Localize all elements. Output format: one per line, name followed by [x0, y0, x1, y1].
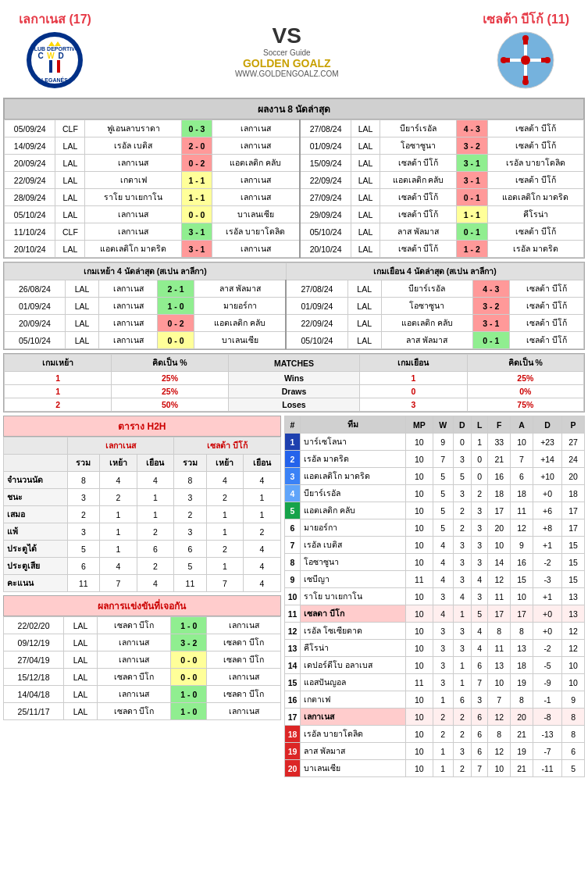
h2h-matches-table: 22/02/20 LAL เซลดา บีโก 1 - 0 เลกาเนส 09…: [3, 616, 281, 720]
svg-rect-8: [57, 60, 60, 73]
standings-table: # ทีม MP W D L F A D P 1 บาร์เซโลนา 10 9…: [284, 416, 585, 777]
svg-point-15: [521, 55, 530, 65]
table-row: 22/09/24 LAL เกตาเฟ 1 - 1 เลกาเนส 22/09/…: [5, 172, 584, 189]
svg-text:W: W: [48, 52, 55, 60]
h2h-table: เลกาเนส เซลต้า บีโก้ รวม เหย้า เยือน รวม…: [3, 437, 281, 592]
svg-point-14: [544, 57, 551, 63]
svg-text:CLUB DEPORTIVO: CLUB DEPORTIVO: [30, 46, 80, 52]
standings-row: 3 แอตเลติโก มาดริด 10 5 5 0 16 6 +10 20: [284, 468, 584, 485]
table-row: 28/09/24 LAL ราโย บาเยกาโน 1 - 1 เลกาเนส…: [5, 189, 584, 206]
standings-row: 11 เซลดา บีโก 10 4 1 5 17 17 +0 13: [284, 605, 584, 623]
table-row: 14/09/24 LAL เรอัล เบติส 2 - 0 เลกาเนส 0…: [5, 137, 584, 155]
vs-area: VS Soccer Guide GOLDEN GOALZ WWW.GOLDENG…: [235, 23, 339, 78]
standings-row: 15 แอสปันญอล 11 3 1 7 10 19 -9 10: [284, 674, 584, 691]
standings-row: 20 บาเลนเซีย 10 1 2 7 10 21 -11 5: [284, 760, 584, 777]
standings-row: 13 คีโรน่า 10 3 3 4 11 13 -2 12: [284, 640, 584, 657]
h2h-match-row: 22/02/20 LAL เซลดา บีโก 1 - 0 เลกาเนส: [4, 617, 281, 634]
recent4-right-title: เกมเยือน 4 นัดล่าสุด (สเปน ลาลีกา): [286, 263, 583, 280]
standings-row: 9 เซบีญา 11 4 3 4 12 15 -3 15: [284, 571, 584, 588]
brand-name: Soccer Guide GOLDEN GOALZ WWW.GOLDENGOAL…: [235, 48, 339, 78]
standings-row: 7 เรอัล เบติส 10 4 3 3 10 9 +1 15: [284, 537, 584, 554]
header: เลกาเนส (17) CLUB DEPORTIVO C W D LEGANÉ…: [3, 3, 585, 98]
h2h-match-row: 25/11/17 LAL เซลดา บีโก 1 - 0 เลกาเนส: [4, 703, 281, 720]
svg-point-1: [31, 37, 78, 84]
standings-row: 8 โอซาซูนา 10 4 3 3 14 16 -2 15: [284, 554, 584, 571]
stats-row: 1 25% Draws 0 0%: [5, 385, 584, 398]
stats-section: เกมเหย้า คิดเป็น % MATCHES เกมเยือน คิดเ…: [3, 353, 585, 412]
bottom-section: ตาราง H2H เลกาเนส เซลต้า บีโก้ รวม เหย้า…: [3, 416, 585, 777]
standings-row: 16 เกตาเฟ 10 1 6 3 7 8 -1 9: [284, 691, 584, 709]
standings-row: 2 เรอัล มาดริด 10 7 3 0 21 7 +14 24: [284, 451, 584, 468]
vs-text: VS: [273, 23, 301, 48]
h2h-row: เสมอ 2 1 1 2 1 1: [4, 506, 281, 523]
standings-row: 12 เรอัล โซเซียดาด 10 3 3 4 8 8 +0 12: [284, 623, 584, 640]
stats-row: 1 25% Wins 1 25%: [5, 372, 584, 385]
h2h-col-leganes: เลกาเนส: [67, 437, 174, 455]
table-row: 11/10/24 CLF เลกาเนส 3 - 1 เรอัล บายาโดล…: [5, 223, 584, 241]
standings-row: 17 เลกาเนส 10 2 2 6 12 20 -8 8: [284, 709, 584, 726]
svg-rect-7: [49, 60, 52, 73]
standings-row: 5 แอตเลติก คลับ 10 5 2 3 17 11 +6 17: [284, 502, 584, 519]
h2h-row: จำนวนนัด 8 4 4 8 4 4: [4, 472, 281, 489]
table-row: 01/09/24 LAL เลกาเนส 1 - 0 มายอร์กา 01/0…: [5, 298, 584, 315]
stats-row: 2 50% Loses 3 75%: [5, 398, 584, 412]
h2h-match-row: 14/04/18 LAL เลกาเนส 1 - 0 เซลดา บีโก: [4, 686, 281, 703]
h2h-row: แพ้ 3 1 2 3 1 2: [4, 523, 281, 541]
h2h-section: ตาราง H2H เลกาเนส เซลต้า บีโก้ รวม เหย้า…: [3, 416, 281, 777]
stats-header-right-val: เกมเยือน: [360, 355, 467, 372]
standings-row: 1 บาร์เซโลนา 10 9 0 1 33 10 +23 27: [284, 434, 584, 451]
svg-text:C: C: [38, 52, 44, 60]
team-left-area: เลกาเนส (17) CLUB DEPORTIVO C W D LEGANÉ…: [19, 9, 91, 91]
h2h-row: ประตูได้ 5 1 6 6 2 4: [4, 541, 281, 558]
recent4-table: เกมเหย้า 4 นัดล่าสุด (สเปน ลาลีกา) เกมเย…: [4, 262, 584, 349]
leganes-logo: CLUB DEPORTIVO C W D LEGANÉS: [23, 29, 86, 91]
team-right-name: เซลต้า บีโก้ (11): [483, 9, 569, 29]
h2h-match-row: 27/04/19 LAL เลกาเนส 0 - 0 เซลดา บีโก: [4, 651, 281, 669]
recent8-table: 05/09/24 CLF ฟูเอนลาบราดา 0 - 3 เลกาเนส …: [4, 120, 584, 258]
standings-section: # ทีม MP W D L F A D P 1 บาร์เซโลนา 10 9…: [284, 416, 585, 777]
stats-header-left-val: เกมเหย้า: [5, 355, 112, 372]
table-row: 05/10/24 LAL เลกาเนส 0 - 0 บาเลนเซีย 29/…: [5, 206, 584, 223]
svg-point-13: [501, 57, 507, 63]
recent4-section: เกมเหย้า 4 นัดล่าสุด (สเปน ลาลีกา) เกมเย…: [3, 262, 585, 350]
h2h-title: ตาราง H2H: [3, 416, 281, 437]
svg-text:LEGANÉS: LEGANÉS: [42, 77, 69, 83]
svg-point-11: [522, 35, 529, 41]
recent8-section: ผลงาน 8 นัดล่าสุด 05/09/24 CLF ฟูเอนลาบร…: [3, 98, 585, 259]
standings-row: 19 ลาส พัลมาส 10 1 3 6 12 19 -7 6: [284, 743, 584, 760]
h2h-row: ประตูเสีย 6 4 2 5 1 4: [4, 558, 281, 575]
h2h-col-celta: เซลต้า บีโก้: [174, 437, 281, 455]
stats-header-matches: MATCHES: [228, 355, 360, 372]
table-row: 26/08/24 LAL เลกาเนส 2 - 1 ลาส พัลมาส 27…: [5, 280, 584, 298]
h2h-row: คะแนน 11 7 4 11 7 4: [4, 575, 281, 592]
team-left-name: เลกาเนส (17): [19, 9, 91, 29]
h2h-row: ชนะ 3 2 1 3 2 1: [4, 489, 281, 506]
stats-header-right-pct: คิดเป็น %: [467, 355, 583, 372]
table-row: 20/09/24 LAL เลกาเนส 0 - 2 แอตเลติก คลับ…: [5, 315, 584, 332]
svg-text:D: D: [59, 52, 64, 60]
h2h-match-row: 15/12/18 LAL เซลดา บีโก 0 - 0 เลกาเนส: [4, 669, 281, 686]
recent8-title: ผลงาน 8 นัดล่าสุด: [4, 98, 584, 120]
table-row: 20/09/24 LAL เลกาเนส 0 - 2 แอตเลติก คลับ…: [5, 155, 584, 172]
svg-point-12: [522, 79, 529, 85]
table-row: 20/10/24 LAL แอตเลติโก มาดริด 3 - 1 เลกา…: [5, 241, 584, 258]
standings-row: 10 ราโย บาเยกาโน 10 3 4 3 11 10 +1 13: [284, 588, 584, 605]
stats-header-left-pct: คิดเป็น %: [112, 355, 228, 372]
table-row: 05/09/24 CLF ฟูเอนลาบราดา 0 - 3 เลกาเนส …: [5, 120, 584, 137]
celta-logo: [494, 29, 557, 91]
table-row: 05/10/24 LAL เลกาเนส 0 - 0 บาเลนเซีย 05/…: [5, 332, 584, 349]
recent4-left-title: เกมเหย้า 4 นัดล่าสุด (สเปน ลาลีกา): [5, 263, 287, 280]
standings-row: 18 เรอัล บายาโดลิด 10 2 2 6 8 21 -13 8: [284, 726, 584, 743]
standings-row: 4 บียาร์เรอัล 10 5 3 2 18 18 +0 18: [284, 485, 584, 502]
team-right-area: เซลต้า บีโก้ (11): [483, 9, 569, 91]
h2h-matches-title: ผลการแข่งขันที่เจอกัน: [3, 595, 281, 616]
standings-row: 6 มายอร์กา 10 5 2 3 20 12 +8 17: [284, 519, 584, 537]
standings-row: 14 เดปอร์ตีโบ อลาเบส 10 3 1 6 13 18 -5 1…: [284, 657, 584, 674]
stats-table: เกมเหย้า คิดเป็น % MATCHES เกมเยือน คิดเ…: [4, 354, 584, 412]
h2h-match-row: 09/12/19 LAL เลกาเนส 3 - 2 เซลดา บีโก: [4, 634, 281, 651]
